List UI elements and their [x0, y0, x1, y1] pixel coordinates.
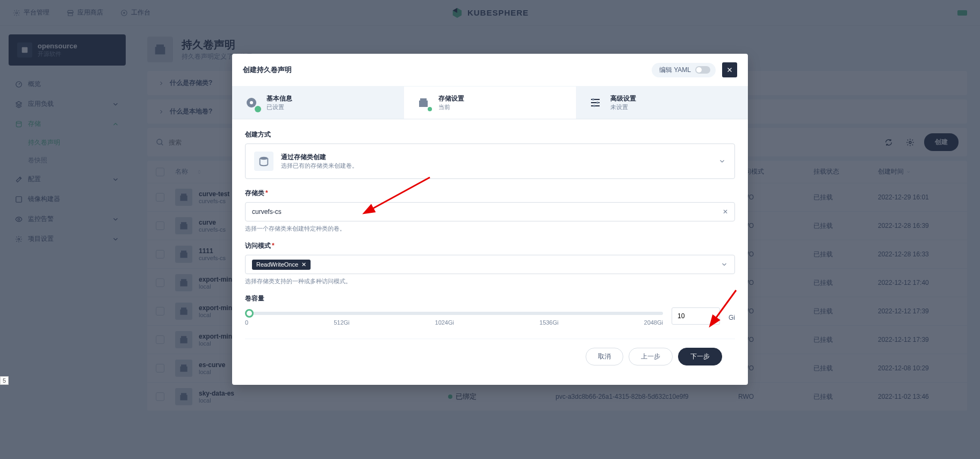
capacity-label: 卷容量	[245, 294, 735, 303]
step-advanced[interactable]: 高级设置未设置	[576, 87, 748, 119]
chevron-down-icon	[720, 261, 728, 268]
toggle-switch	[695, 66, 710, 74]
cancel-button[interactable]: 取消	[586, 348, 623, 365]
capacity-input[interactable]	[672, 307, 720, 325]
sc-label: 存储类*	[245, 189, 735, 198]
method-card[interactable]: 通过存储类创建 选择已有的存储类来创建卷。	[245, 144, 735, 179]
access-mode-select[interactable]: ReadWriteOnce✕	[245, 255, 735, 274]
modal-overlay: 创建持久卷声明 编辑 YAML 基本信息已设置 存储设置当前 高级设置未设置	[0, 0, 980, 459]
modal-title: 创建持久卷声明	[243, 65, 292, 75]
mode-tag: ReadWriteOnce✕	[252, 260, 311, 270]
remove-tag-icon[interactable]: ✕	[301, 261, 306, 268]
svg-point-14	[596, 102, 599, 104]
svg-point-12	[250, 101, 253, 104]
capacity-slider[interactable]	[245, 312, 663, 315]
svg-point-13	[592, 98, 594, 101]
close-button[interactable]	[722, 62, 737, 77]
clear-icon[interactable]: ✕	[723, 208, 728, 216]
close-icon	[726, 66, 733, 74]
browser-tab-count: 5	[0, 376, 9, 385]
svg-point-15	[593, 105, 595, 107]
step-basic-info[interactable]: 基本信息已设置	[232, 87, 404, 119]
create-pvc-modal: 创建持久卷声明 编辑 YAML 基本信息已设置 存储设置当前 高级设置未设置	[232, 54, 748, 385]
svg-point-16	[260, 157, 268, 160]
storage-class-select[interactable]: curvefs-cs ✕	[245, 202, 735, 221]
prev-button[interactable]: 上一步	[629, 348, 673, 365]
capacity-unit: Gi	[729, 314, 735, 321]
next-button[interactable]: 下一步	[678, 348, 722, 365]
slider-thumb[interactable]	[245, 309, 254, 318]
sc-help: 选择一个存储类来创建特定种类的卷。	[245, 225, 735, 233]
mode-help: 选择存储类支持的一种或多种访问模式。	[245, 277, 735, 285]
chevron-down-icon	[718, 157, 726, 165]
mode-label: 访问模式*	[245, 241, 735, 250]
database-icon	[254, 152, 273, 171]
yaml-toggle[interactable]: 编辑 YAML	[652, 63, 716, 77]
sliders-icon	[589, 96, 602, 109]
method-label: 创建方式	[245, 130, 735, 139]
step-storage-settings[interactable]: 存储设置当前	[404, 87, 576, 119]
